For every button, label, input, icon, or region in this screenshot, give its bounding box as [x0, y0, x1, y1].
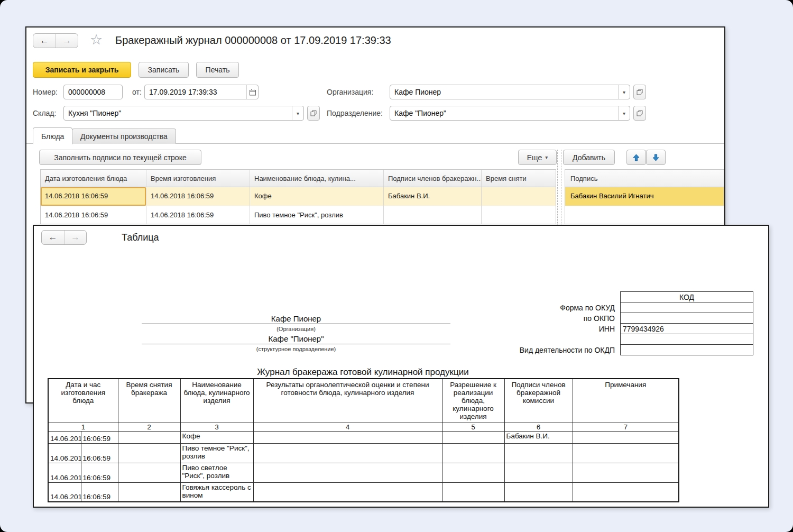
organization-line: Кафе Пионер — [142, 314, 450, 324]
cell-date: 14.06.2018 — [48, 463, 81, 482]
arrow-down-icon — [652, 154, 659, 161]
signature-panel: Подпись Бабакин Василий Игнатич — [565, 169, 724, 224]
grid-col-removal-time[interactable]: Время сняти — [482, 170, 556, 187]
chevron-down-icon[interactable]: ▾ — [618, 106, 630, 120]
cell-time: 16:06:59 — [81, 443, 118, 463]
cell-removal — [118, 431, 180, 443]
col-number: 3 — [180, 423, 253, 431]
more-button-label: Еще — [527, 153, 542, 162]
print-button[interactable]: Печать — [196, 62, 239, 78]
grid-cell[interactable] — [482, 206, 556, 224]
save-close-button[interactable]: Записать и закрыть — [33, 62, 131, 78]
grid-cell-selected[interactable]: 14.06.2018 16:06:59 — [41, 187, 146, 206]
cell-permission — [442, 463, 504, 482]
date-label: от: — [132, 85, 142, 99]
col-number: 6 — [504, 423, 573, 431]
number-field[interactable]: 000000008 — [63, 85, 123, 99]
col-number: 2 — [118, 423, 180, 431]
chevron-down-icon[interactable]: ▾ — [292, 106, 303, 120]
department-field[interactable]: Кафе "Пионер" ▾ — [390, 106, 630, 121]
more-button[interactable]: Еще ▾ — [518, 150, 557, 165]
grid-cell[interactable]: Бабакин В.И. — [384, 187, 482, 206]
signature-panel-header: Подпись — [565, 170, 724, 187]
cell-removal — [118, 443, 180, 463]
number-value: 000000008 — [64, 88, 122, 96]
organization-value: Кафе Пионер — [390, 88, 618, 96]
date-value: 17.09.2019 17:39:33 — [145, 88, 246, 96]
table-row: 14.06.2018 16:06:59 Пиво светлое "Риск",… — [48, 463, 679, 482]
okud-label: Форма по ОКУД — [448, 302, 617, 313]
cell-signatures — [504, 463, 573, 482]
warehouse-field[interactable]: Кухня "Пионер" ▾ — [63, 106, 304, 121]
grid-cell[interactable]: Кофе — [250, 187, 384, 206]
grid-cell[interactable]: 14.06.2018 16:06:59 — [146, 187, 250, 206]
cell-permission — [442, 443, 504, 463]
organization-caption: (Организация) — [142, 326, 450, 332]
grid-cell[interactable]: 14.06.2018 16:06:59 — [146, 206, 250, 224]
cell-date: 14.06.2018 — [48, 443, 81, 463]
organization-label: Организация: — [327, 85, 373, 99]
move-up-button[interactable] — [626, 150, 646, 165]
table-row[interactable]: 14.06.2018 16:06:59 14.06.2018 16:06:59 … — [41, 187, 556, 206]
date-field[interactable]: 17.09.2019 17:39:33 — [144, 85, 259, 99]
warehouse-value: Кухня "Пионер" — [64, 109, 292, 117]
table-row: 14.06.2018 16:06:59 Пиво темное "Риск", … — [48, 443, 679, 463]
tab-production-docs[interactable]: Документы производства — [72, 129, 176, 144]
history-nav: ← → — [41, 230, 87, 245]
inn-label: ИНН — [448, 324, 617, 334]
col-number: 7 — [573, 423, 679, 431]
okdp-value-cell — [621, 345, 753, 355]
grid-cell[interactable]: 14.06.2018 16:06:59 — [41, 206, 146, 224]
save-button[interactable]: Записать — [139, 62, 189, 78]
grid-header-row: Дата изготовления блюда Время изготовлен… — [41, 170, 556, 187]
grid-col-manufacture-date[interactable]: Дата изготовления блюда — [41, 170, 146, 187]
inn-value-cell: 7799434926 — [621, 324, 753, 334]
grid-col-manufacture-time[interactable]: Время изготовления — [146, 170, 250, 187]
table-row[interactable]: 14.06.2018 16:06:59 14.06.2018 16:06:59 … — [41, 206, 556, 224]
back-arrow-icon[interactable]: ← — [33, 34, 56, 48]
cell-notes — [573, 482, 679, 502]
warehouse-open-button[interactable] — [307, 106, 320, 121]
cell-time: 16:06:59 — [81, 431, 118, 443]
okud-value-cell — [621, 302, 753, 313]
tab-dishes[interactable]: Блюда — [33, 127, 72, 144]
grid-cell[interactable] — [482, 187, 556, 206]
favorite-star-icon[interactable]: ☆ — [90, 32, 103, 47]
cell-date: 14.06.2018 — [48, 482, 81, 502]
grid-col-signatures[interactable]: Подписи членов бракеражн... — [384, 170, 482, 187]
grid-cell[interactable]: Пиво темное "Риск", розлив — [250, 206, 384, 224]
fill-signatures-button[interactable]: Заполнить подписи по текущей строке — [39, 150, 201, 165]
list-item[interactable] — [565, 206, 724, 224]
cell-removal — [118, 463, 180, 482]
empty-code-cell — [621, 334, 753, 345]
cell-name: Кофе — [180, 431, 253, 443]
print-col-removal: Время снятия бракеража — [118, 379, 180, 423]
cell-result — [253, 482, 442, 502]
calendar-icon[interactable] — [246, 85, 258, 99]
table-row: 14.06.2018 16:06:59 Кофе Бабакин В.И. — [48, 431, 679, 443]
forward-arrow-icon[interactable]: → — [64, 231, 86, 244]
okpo-label: по ОКПО — [448, 313, 617, 324]
forward-arrow-icon[interactable]: → — [56, 34, 78, 48]
list-item[interactable]: Бабакин Василий Игнатич — [565, 187, 724, 206]
document-title: Журнал бракеража готовой кулинарной прод… — [48, 367, 678, 378]
okdp-label: Вид деятельности по ОКДП — [448, 345, 617, 355]
organization-open-button[interactable] — [633, 85, 646, 99]
add-row-button[interactable]: Добавить — [563, 150, 615, 165]
history-nav: ← → — [33, 33, 78, 48]
grid-col-dish-name[interactable]: Наименование блюда, кулина... — [250, 170, 384, 187]
department-open-button[interactable] — [633, 106, 646, 121]
cell-permission — [442, 431, 504, 443]
grid-cell[interactable] — [384, 206, 482, 224]
chevron-down-icon[interactable]: ▾ — [618, 85, 630, 99]
cell-time: 16:06:59 — [81, 482, 118, 502]
back-arrow-icon[interactable]: ← — [42, 231, 64, 244]
cell-date: 14.06.2018 — [48, 431, 81, 443]
number-label: Номер: — [33, 85, 58, 99]
cell-result — [253, 463, 442, 482]
cell-signatures — [504, 443, 573, 463]
cell-signatures: Бабакин В.И. — [504, 431, 573, 443]
organization-field[interactable]: Кафе Пионер ▾ — [390, 85, 630, 99]
move-down-button[interactable] — [646, 150, 666, 165]
code-header-cell: КОД — [621, 292, 753, 302]
